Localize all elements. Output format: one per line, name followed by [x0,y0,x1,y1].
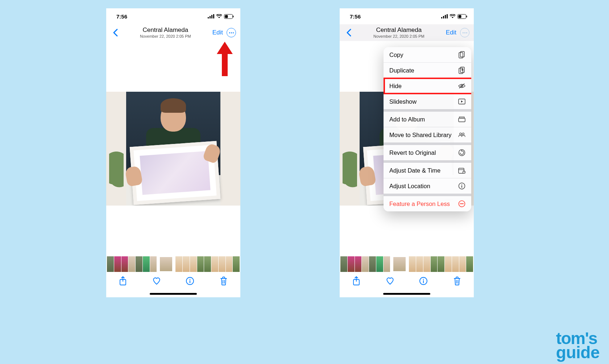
edit-button[interactable]: Edit [444,29,459,36]
menu-adjust-location[interactable]: Adjust Location [384,178,471,194]
slideshow-icon [458,98,465,105]
nav-title: Central Alameda November 22, 2020 2:05 P… [121,27,210,39]
nav-datetime: November 22, 2020 2:05 PM [354,34,444,38]
photo-content [106,92,240,206]
trash-icon [453,277,461,285]
trash-icon [220,277,227,285]
info-icon [186,277,194,285]
thumbnail-selected[interactable] [393,256,406,272]
menu-add-album-label: Add to Album [389,116,425,123]
signal-icon [441,14,448,18]
location-info-icon [458,182,465,190]
svg-rect-16 [459,15,461,18]
hide-icon [458,82,465,90]
battery-icon [457,14,467,19]
phone-left: 7:56 Central Alameda November 22, 2020 2… [106,8,240,297]
menu-adjust-datetime-label: Adjust Date & Time [389,167,440,174]
menu-duplicate[interactable]: Duplicate [384,63,471,78]
svg-rect-3 [213,14,214,18]
edit-button[interactable]: Edit [210,29,225,36]
nav-bar: Central Alameda November 22, 2020 2:05 P… [340,24,474,41]
menu-hide-label: Hide [389,83,402,90]
svg-rect-22 [459,53,463,58]
info-button[interactable] [419,276,428,286]
chevron-left-icon [113,29,118,37]
phone-right: 7:56 Central Alameda November 22, 2020 2… [340,8,474,297]
back-button[interactable] [343,27,354,38]
more-button[interactable] [460,28,469,37]
more-button[interactable] [227,28,236,37]
menu-copy[interactable]: Copy [384,47,471,62]
thumbnail-strip[interactable] [106,256,240,272]
menu-duplicate-label: Duplicate [389,67,414,74]
svg-rect-13 [445,15,446,18]
info-icon [419,277,427,285]
heart-icon [152,277,161,285]
revert-icon [458,149,465,156]
svg-rect-11 [441,17,442,18]
svg-rect-23 [460,51,464,57]
menu-copy-label: Copy [389,51,403,58]
menu-feature-less-label: Feature a Person Less [389,200,450,207]
svg-rect-14 [447,14,448,18]
favorite-button[interactable] [385,276,395,286]
nav-title: Central Alameda November 22, 2020 2:05 P… [354,27,444,39]
share-button[interactable] [352,276,361,286]
info-button[interactable] [185,276,195,286]
wifi-icon [216,14,222,18]
ellipsis-icon [463,32,467,33]
signal-icon [208,14,214,18]
svg-point-9 [190,279,191,280]
svg-point-32 [462,133,464,135]
photo-viewport [106,41,240,272]
attribution: tom's guide [556,331,600,360]
svg-rect-1 [210,16,211,18]
menu-adjust-location-label: Adjust Location [389,183,430,190]
nav-location: Central Alameda [354,27,444,34]
copy-icon [458,51,465,58]
menu-slideshow[interactable]: Slideshow [384,94,471,109]
svg-point-38 [461,184,462,185]
menu-adjust-datetime[interactable]: Adjust Date & Time [384,163,471,178]
home-indicator[interactable] [106,290,240,297]
svg-rect-30 [459,118,465,122]
minus-circle-icon [458,200,465,207]
svg-rect-2 [211,15,212,18]
menu-revert[interactable]: Revert to Original [384,145,471,160]
delete-button[interactable] [219,276,228,286]
duplicate-icon [458,67,465,74]
svg-rect-10 [190,280,190,283]
menu-hide[interactable]: Hide [384,78,471,94]
ellipsis-icon [229,32,234,33]
status-time: 7:56 [350,13,361,20]
attribution-line2: guide [556,346,600,360]
wifi-icon [450,14,456,18]
svg-point-20 [423,279,424,280]
favorite-button[interactable] [152,276,161,286]
share-button[interactable] [118,276,128,286]
home-indicator[interactable] [340,290,474,297]
thumbnail-strip[interactable] [340,256,474,272]
heart-icon [386,277,394,285]
status-bar: 7:56 [106,8,240,24]
menu-feature-less[interactable]: Feature a Person Less [384,196,471,211]
svg-rect-6 [233,16,234,17]
people-icon [458,131,465,138]
album-icon [458,116,465,123]
context-menu: Copy Duplicate Hide Slideshow [384,47,471,211]
svg-rect-21 [423,280,424,283]
menu-move-shared[interactable]: Move to Shared Library [384,127,471,142]
svg-rect-12 [443,16,444,18]
delete-button[interactable] [452,276,462,286]
share-icon [119,276,127,286]
status-indicators [208,14,234,19]
menu-move-shared-label: Move to Shared Library [389,132,452,138]
nav-bar: Central Alameda November 22, 2020 2:05 P… [106,24,240,41]
thumbnail-selected[interactable] [159,256,173,272]
svg-rect-0 [208,17,209,18]
photo-main[interactable] [106,41,240,256]
battery-icon [224,14,234,19]
menu-add-album[interactable]: Add to Album [384,112,471,127]
svg-rect-5 [225,15,228,18]
back-button[interactable] [110,27,121,38]
